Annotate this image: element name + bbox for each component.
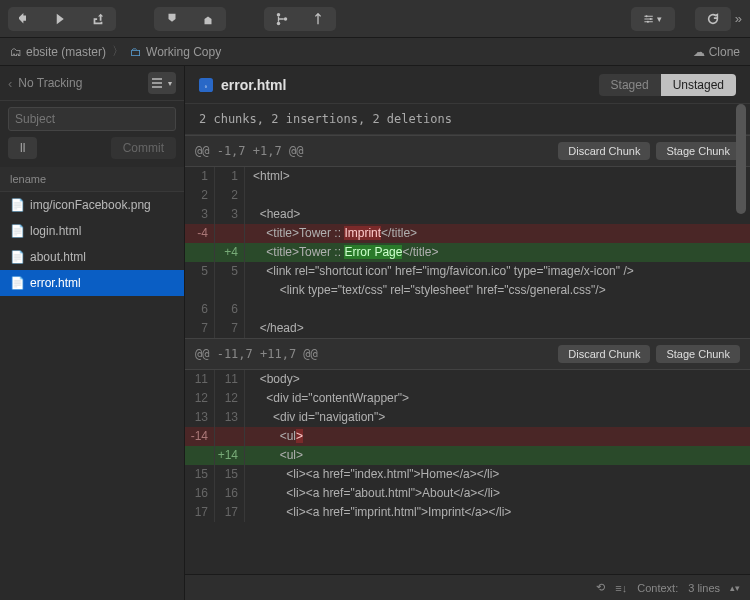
line-num-new: 12 [215, 389, 245, 408]
code-line[interactable]: 55 <link rel="shortcut icon" href="img/f… [185, 262, 750, 281]
code-line[interactable]: <link type="text/css" rel="stylesheet" h… [185, 281, 750, 300]
expand-icon[interactable]: » [735, 11, 742, 26]
commit-subject-input[interactable] [8, 107, 176, 131]
line-num-new: 1 [215, 167, 245, 186]
code-line[interactable]: -4 <title>Tower :: Imprint</title> [185, 224, 750, 243]
line-num-new: 5 [215, 262, 245, 281]
folder-icon: 🗀 [130, 45, 142, 59]
sidebar: ‹ No Tracking ▾ ll Commit lename 📄img/ic… [0, 66, 185, 600]
file-item[interactable]: 📄about.html [0, 244, 184, 270]
line-num-old [185, 446, 215, 465]
code-line[interactable]: 66 [185, 300, 750, 319]
code-content: <head> [245, 205, 750, 224]
code-line[interactable]: 22 [185, 186, 750, 205]
stash-save-button[interactable] [154, 7, 190, 31]
branch-group [264, 7, 336, 31]
discard-chunk-button[interactable]: Discard Chunk [558, 142, 650, 160]
code-line[interactable]: +14 <ul> [185, 446, 750, 465]
line-num-old: 2 [185, 186, 215, 205]
tab-unstaged[interactable]: Unstaged [661, 74, 736, 96]
code-content: </head> [245, 319, 750, 338]
discard-chunk-button[interactable]: Discard Chunk [558, 345, 650, 363]
line-num-old: -14 [185, 427, 215, 446]
whitespace-icon[interactable]: ≡↓ [615, 582, 627, 594]
wrap-icon[interactable]: ⟲ [596, 581, 605, 594]
stash-group [154, 7, 226, 31]
stash-apply-button[interactable] [190, 7, 226, 31]
stage-all-button[interactable]: ll [8, 137, 37, 159]
branch-button[interactable] [300, 7, 336, 31]
clone-button[interactable]: ☁ Clone [693, 45, 740, 59]
code-line[interactable]: 1212 <div id="contentWrapper"> [185, 389, 750, 408]
breadcrumb: 🗂 ebsite (master) 〉 🗀 Working Copy ☁ Clo… [0, 38, 750, 66]
settings-button[interactable]: ▾ [631, 7, 675, 31]
code-line[interactable]: 1717 <li><a href="imprint.html">Imprint<… [185, 503, 750, 522]
filename-column-header: lename [0, 167, 184, 192]
refresh-button[interactable] [695, 7, 731, 31]
tab-staged[interactable]: Staged [599, 74, 661, 96]
code-line[interactable]: 1616 <li><a href="about.html">About</a><… [185, 484, 750, 503]
code-line[interactable]: 11<html> [185, 167, 750, 186]
line-num-new [215, 281, 245, 300]
scrollbar[interactable] [734, 104, 748, 574]
chevron-right-icon: 〉 [112, 43, 124, 60]
svg-point-4 [650, 17, 652, 19]
line-num-new: +14 [215, 446, 245, 465]
line-num-new [215, 427, 245, 446]
code-content: <title>Tower :: Imprint</title> [245, 224, 750, 243]
line-num-old: 15 [185, 465, 215, 484]
back-button[interactable] [8, 7, 44, 31]
code-line[interactable]: 77 </head> [185, 319, 750, 338]
line-num-new: +4 [215, 243, 245, 262]
line-num-new: 17 [215, 503, 245, 522]
file-item[interactable]: 📄login.html [0, 218, 184, 244]
code-content: <link rel="shortcut icon" href="img/favi… [245, 262, 750, 281]
file-icon: 📄 [10, 224, 24, 238]
line-num-old: -4 [185, 224, 215, 243]
toolbar: ▾ » [0, 0, 750, 38]
code-line[interactable]: 33 <head> [185, 205, 750, 224]
folder-icon: 🗂 [10, 45, 22, 59]
file-item[interactable]: 📄error.html [0, 270, 184, 296]
code-line[interactable]: 1111 <body> [185, 370, 750, 389]
stage-chunk-button[interactable]: Stage Chunk [656, 345, 740, 363]
diff-body[interactable]: @@ -1,7 +1,7 @@Discard ChunkStage Chunk1… [185, 135, 750, 574]
code-line[interactable]: -14 <ul> [185, 427, 750, 446]
file-name: login.html [30, 224, 81, 238]
stage-chunk-button[interactable]: Stage Chunk [656, 142, 740, 160]
code-content: <link type="text/css" rel="stylesheet" h… [245, 281, 750, 300]
code-content: <div id="contentWrapper"> [245, 389, 750, 408]
commit-button[interactable]: Commit [111, 137, 176, 159]
chevron-icon[interactable]: ‹ [8, 76, 12, 91]
code-line[interactable]: 1313 <div id="navigation"> [185, 408, 750, 427]
file-list: 📄img/iconFacebook.png📄login.html📄about.h… [0, 192, 184, 600]
line-num-new: 13 [215, 408, 245, 427]
chunk-header: @@ -11,7 +11,7 @@Discard ChunkStage Chun… [185, 338, 750, 370]
line-num-old: 6 [185, 300, 215, 319]
line-num-old: 16 [185, 484, 215, 503]
cloud-icon: ☁ [693, 45, 705, 59]
forward-button[interactable] [44, 7, 80, 31]
line-num-new: 15 [215, 465, 245, 484]
code-content: <li><a href="about.html">About</a></li> [245, 484, 750, 503]
context-value: 3 lines [688, 582, 720, 594]
context-stepper[interactable]: ▴▾ [730, 583, 740, 593]
share-button[interactable] [80, 7, 116, 31]
file-item[interactable]: 📄img/iconFacebook.png [0, 192, 184, 218]
file-name: error.html [30, 276, 81, 290]
breadcrumb-repo[interactable]: 🗂 ebsite (master) [10, 45, 106, 59]
line-num-new: 16 [215, 484, 245, 503]
svg-point-1 [277, 21, 281, 25]
view-options-button[interactable]: ▾ [148, 72, 176, 94]
svg-text:◦: ◦ [205, 81, 208, 90]
merge-button[interactable] [264, 7, 300, 31]
diff-panel: ◦ error.html Staged Unstaged 2 chunks, 2… [185, 66, 750, 600]
breadcrumb-folder[interactable]: 🗀 Working Copy [130, 45, 221, 59]
line-num-new: 11 [215, 370, 245, 389]
line-num-old: 3 [185, 205, 215, 224]
code-line[interactable]: +4 <title>Tower :: Error Page</title> [185, 243, 750, 262]
chunk-header: @@ -1,7 +1,7 @@Discard ChunkStage Chunk [185, 135, 750, 167]
scroll-thumb[interactable] [736, 104, 746, 214]
code-line[interactable]: 1515 <li><a href="index.html">Home</a></… [185, 465, 750, 484]
code-content: <ul> [245, 427, 750, 446]
